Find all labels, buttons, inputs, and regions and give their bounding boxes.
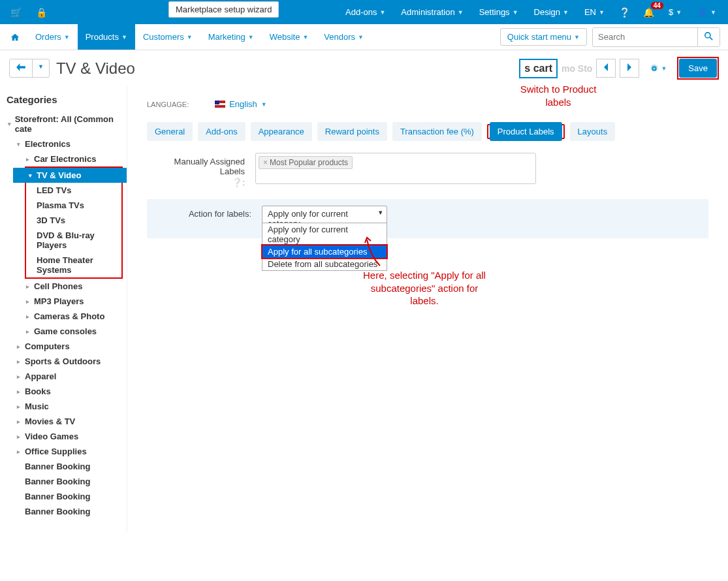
arrow-left-icon xyxy=(16,63,25,71)
annotation-arrow-icon xyxy=(364,236,383,269)
tree-item[interactable]: 3D TVs xyxy=(35,213,121,228)
tree-item[interactable]: ▸Movies & TV xyxy=(16,414,121,429)
sidebar: Categories ▾Storefront: All (Common cate… xyxy=(0,86,127,532)
home-icon xyxy=(10,33,20,42)
tab-product-labels[interactable]: Product Labels xyxy=(490,122,562,141)
nav-orders[interactable]: Orders▼ xyxy=(27,24,78,50)
tree-item[interactable]: ▸Game consoles xyxy=(25,324,121,339)
main-nav: Orders▼ Products▼ Customers▼ Marketing▼ … xyxy=(0,24,728,50)
tree-item[interactable]: Banner Booking xyxy=(16,504,121,519)
tree-item[interactable]: ▸Apparel xyxy=(16,369,121,384)
nav-vendors[interactable]: Vendors▼ xyxy=(316,24,372,50)
search-button[interactable] xyxy=(697,28,720,46)
next-button[interactable] xyxy=(620,59,639,78)
cart-icon[interactable]: 🛒 xyxy=(5,3,27,22)
tab-reward-points[interactable]: Reward points xyxy=(317,122,387,141)
marketplace-wizard-button[interactable]: Marketplace setup wizard xyxy=(168,1,279,18)
tree-item[interactable]: ▸MP3 Players xyxy=(25,294,121,309)
label-tag[interactable]: ×Most Popular products xyxy=(259,156,353,169)
page-header: ▼ TV & Video s cart mo Sto ▼ Save ↑ At t… xyxy=(0,50,728,86)
save-button[interactable]: Save xyxy=(679,59,717,78)
tab-layouts[interactable]: Layouts xyxy=(570,122,616,141)
topnav-settings[interactable]: Settings▼ xyxy=(473,2,525,22)
topnav-language[interactable]: EN▼ xyxy=(578,2,611,22)
tree-item[interactable]: Banner Booking xyxy=(16,489,121,504)
gear-menu[interactable]: ▼ xyxy=(643,60,673,77)
cart-logo: s cart xyxy=(519,59,558,78)
tree-item[interactable]: Banner Booking xyxy=(16,459,121,474)
nav-products[interactable]: Products▼ xyxy=(78,24,135,50)
tree-item[interactable]: Banner Booking xyxy=(16,474,121,489)
labels-field-label: Manually Assigned Labels xyxy=(174,157,245,176)
language-label: LANGUAGE: xyxy=(147,101,189,108)
prev-button[interactable] xyxy=(596,59,616,78)
back-button-group: ▼ xyxy=(9,59,50,78)
nav-website[interactable]: Website▼ xyxy=(262,24,317,50)
labels-input[interactable]: ×Most Popular products xyxy=(255,153,536,184)
search-icon xyxy=(704,32,713,40)
tree-item[interactable]: ▸Office Supplies xyxy=(16,444,121,459)
back-dropdown[interactable]: ▼ xyxy=(32,59,49,77)
tree-item[interactable]: ▸Video Games xyxy=(16,429,121,444)
annotation-dropdown: Here, selecting "Apply for all subcatego… xyxy=(359,269,490,307)
tab-general[interactable]: General xyxy=(147,122,193,141)
nav-customers[interactable]: Customers▼ xyxy=(135,24,200,50)
sidebar-title: Categories xyxy=(7,94,121,105)
topnav-design[interactable]: Design▼ xyxy=(528,2,575,22)
tree-tv-video[interactable]: ▾TV & Video xyxy=(13,168,127,183)
action-label: Action for labels: xyxy=(153,206,251,219)
notification-icon[interactable]: 🔔44 xyxy=(638,3,659,22)
tab-addons[interactable]: Add-ons xyxy=(198,122,245,141)
search-wrap xyxy=(592,27,720,47)
currency-menu[interactable]: $▼ xyxy=(662,2,688,22)
chevron-right-icon xyxy=(627,63,632,71)
lock-icon[interactable]: 🔒 xyxy=(31,3,52,22)
tree-car-electronics[interactable]: ▸Car Electronics xyxy=(25,151,121,166)
flag-us-icon xyxy=(215,101,225,108)
tree-item[interactable]: DVD & Blu-ray Players xyxy=(35,228,121,253)
svg-line-1 xyxy=(710,37,712,40)
language-selector[interactable]: English ▼ xyxy=(215,99,267,109)
tag-remove-icon[interactable]: × xyxy=(263,158,268,167)
nav-home[interactable] xyxy=(3,24,27,50)
tree-storefront[interactable]: ▾Storefront: All (Common cate xyxy=(7,112,121,136)
nav-marketing[interactable]: Marketing▼ xyxy=(200,24,262,50)
tree-item[interactable]: Home Theater Systems xyxy=(35,253,121,277)
user-menu[interactable]: 👤▼ xyxy=(691,2,723,22)
topnav-administration[interactable]: Administration▼ xyxy=(394,2,469,22)
chevron-left-icon xyxy=(603,63,609,71)
tree-item[interactable]: Plasma TVs xyxy=(35,198,121,213)
tab-transaction-fee[interactable]: Transaction fee (%) xyxy=(392,122,482,141)
svg-point-0 xyxy=(705,32,710,37)
tree-item[interactable]: LED TVs xyxy=(35,183,121,198)
content: LANGUAGE: English ▼ Switch to Product la… xyxy=(127,86,728,532)
tree-item[interactable]: ▸Computers xyxy=(16,339,121,354)
tab-appearance[interactable]: Appearance xyxy=(251,122,312,141)
back-button[interactable] xyxy=(10,59,32,77)
tree-item[interactable]: ▸Cell Phones xyxy=(25,279,121,294)
tabs: General Add-ons Appearance Reward points… xyxy=(147,122,708,141)
topbar: 🛒 🔒 Marketplace setup wizard Add-ons▼ Ad… xyxy=(0,0,728,24)
topnav-addons[interactable]: Add-ons▼ xyxy=(339,2,392,22)
help-icon[interactable]: ❔ xyxy=(614,3,635,22)
tree-item[interactable]: ▸Books xyxy=(16,384,121,399)
tree-electronics[interactable]: ▾Electronics xyxy=(16,136,121,151)
gear-icon xyxy=(650,64,659,73)
quick-start-menu[interactable]: Quick start menu▼ xyxy=(500,28,587,46)
notification-badge: 44 xyxy=(651,2,663,9)
search-input[interactable] xyxy=(593,28,697,46)
tree-item[interactable]: ▸Cameras & Photo xyxy=(25,309,121,324)
tree-item[interactable]: ▸Sports & Outdoors xyxy=(16,354,121,369)
demo-store-label: mo Sto xyxy=(562,63,592,74)
tree-item[interactable]: ▸Music xyxy=(16,399,121,414)
annotation-tabs: Switch to Product labels xyxy=(506,83,610,108)
help-tooltip-icon[interactable]: ❔: xyxy=(147,178,245,187)
page-title: TV & Video xyxy=(56,59,135,78)
